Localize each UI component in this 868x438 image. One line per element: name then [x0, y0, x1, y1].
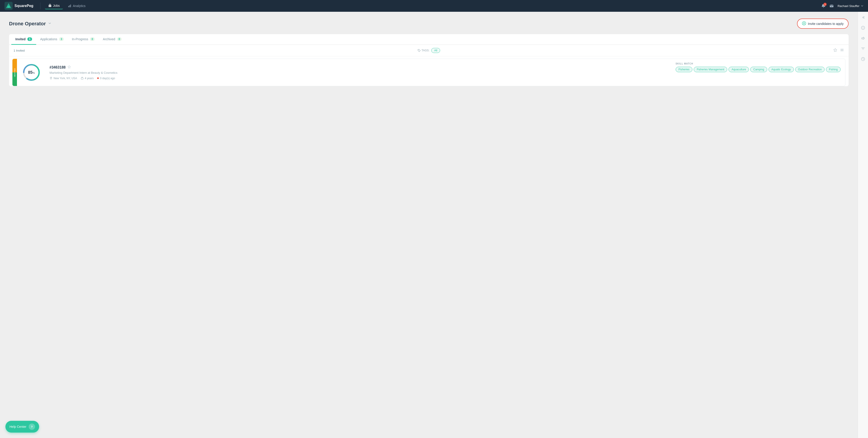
analytics-icon — [68, 4, 71, 8]
location-icon — [50, 77, 53, 80]
notifications-button[interactable]: 1 — [821, 4, 826, 8]
score-text: 85% — [28, 70, 35, 75]
candidate-company: Beauty & Cosmetics — [91, 71, 118, 75]
title-dropdown-icon[interactable] — [48, 22, 51, 26]
svg-rect-16 — [81, 78, 83, 80]
skill-tags: Fisheries Fisheries Management Aquacultu… — [676, 67, 841, 72]
nav-divider — [40, 2, 40, 9]
main-content: Drone Operator Invite candidates to appl… — [0, 12, 858, 438]
notification-badge: 1 — [824, 3, 827, 6]
user-menu[interactable]: Rachael Stauffer — [837, 4, 864, 8]
megaphone-icon[interactable] — [861, 36, 865, 41]
invite-icon — [802, 21, 806, 26]
skill-fisheries-management: Fisheries Management — [694, 67, 727, 72]
tabs-bar: Invited 1 Applications 3 In-Progress 0 A… — [9, 34, 848, 45]
tab-archived-count: 0 — [117, 37, 122, 41]
tags-label: TAGS: — [418, 49, 430, 52]
tags-row: TAGS: All — [418, 48, 440, 53]
experience-meta: 4 years — [81, 77, 94, 80]
skill-aquaculture: Aquaculture — [728, 67, 749, 72]
active-dot — [97, 77, 99, 79]
content-card: Invited 1 Applications 3 In-Progress 0 A… — [9, 34, 848, 86]
tab-in-progress[interactable]: In-Progress 0 — [68, 34, 99, 45]
skill-match-label: SKILL MATCH — [676, 62, 841, 65]
card-skills: SKILL MATCH Fisheries Fisheries Manageme… — [671, 59, 845, 86]
brand-name: SquarePeg — [14, 4, 33, 8]
nav-items: Jobs Analytics — [45, 2, 822, 9]
tag-icon — [418, 49, 421, 52]
brand[interactable]: SquarePeg — [4, 2, 33, 10]
navbar: SquarePeg Jobs Analytics 1 — [0, 0, 868, 12]
skill-aquatic-ecology: Aquatic Ecology — [769, 67, 794, 72]
tab-invited-label: Invited — [16, 37, 26, 41]
skill-outdoor-recreation: Outdoor Recreation — [795, 67, 825, 72]
collapse-icon[interactable] — [861, 16, 865, 20]
svg-point-12 — [418, 50, 419, 50]
tab-in-progress-label: In-Progress — [72, 37, 88, 41]
help-center-button[interactable]: Help Center ? — [5, 421, 39, 433]
clock-icon[interactable] — [861, 57, 865, 62]
header-actions — [833, 48, 844, 53]
svg-rect-3 — [49, 5, 51, 7]
invite-btn-label: Invite candidates to apply — [808, 22, 844, 26]
filter-icon[interactable] — [861, 47, 865, 52]
help-center-icon: ? — [29, 424, 35, 430]
score-circle: 85% — [22, 63, 40, 82]
tab-applications-label: Applications — [40, 37, 57, 41]
svg-rect-5 — [69, 5, 70, 7]
invite-candidates-button[interactable]: Invite candidates to apply — [797, 19, 848, 29]
candidate-card[interactable]: Invited — [12, 59, 845, 86]
nav-right: 1 Rachael Stauffer — [821, 4, 864, 8]
candidate-star-icon[interactable] — [67, 65, 71, 70]
briefcase-icon — [81, 77, 84, 80]
tab-archived-label: Archived — [103, 37, 115, 41]
svg-rect-2 — [7, 6, 10, 8]
page-title-row: Drone Operator — [9, 21, 51, 27]
star-filter-icon[interactable] — [833, 48, 837, 53]
tab-invited[interactable]: Invited 1 — [11, 34, 36, 45]
chevron-down-icon — [861, 4, 864, 7]
candidates-section: 1 Invited TAGS: All — [9, 45, 848, 86]
nav-item-analytics[interactable]: Analytics — [65, 3, 89, 9]
candidate-role: Marketing Department Intern at Beauty & … — [50, 71, 668, 75]
tab-applications-count: 3 — [59, 37, 64, 41]
tag-all-pill[interactable]: All — [431, 48, 440, 53]
messages-button[interactable] — [829, 4, 834, 8]
card-info: #3463188 Marketing Department Intern at … — [46, 59, 671, 86]
tab-invited-count: 1 — [27, 37, 32, 41]
tab-in-progress-count: 0 — [90, 37, 95, 41]
sidebar-right — [858, 12, 868, 438]
page-header: Drone Operator Invite candidates to appl… — [9, 19, 848, 29]
svg-point-11 — [804, 22, 805, 24]
skill-fishing: Fishing — [826, 67, 841, 72]
card-score: 85% — [17, 59, 46, 86]
skill-fisheries: Fisheries — [676, 67, 692, 72]
help-center-label: Help Center — [9, 425, 26, 429]
candidate-id-row: #3463188 — [50, 65, 668, 70]
jobs-icon — [48, 4, 52, 7]
skill-camping: Camping — [750, 67, 767, 72]
card-accent-label: Invited — [14, 68, 16, 77]
svg-rect-6 — [70, 4, 71, 7]
brand-logo-icon — [4, 2, 13, 10]
candidate-meta: New York, NY, USA 4 years 0 day(s) ago — [50, 77, 668, 80]
svg-point-15 — [51, 78, 51, 78]
nav-item-jobs[interactable]: Jobs — [45, 2, 63, 9]
user-name: Rachael Stauffer — [837, 4, 860, 8]
card-accent-bar: Invited — [12, 59, 17, 86]
svg-rect-4 — [68, 6, 69, 7]
info-icon[interactable] — [861, 26, 865, 31]
candidates-count: 1 Invited — [13, 49, 25, 52]
list-view-icon[interactable] — [840, 48, 844, 53]
page-title: Drone Operator — [9, 21, 46, 27]
location-meta: New York, NY, USA — [50, 77, 77, 80]
candidates-header: 1 Invited TAGS: All — [9, 45, 848, 56]
tab-archived[interactable]: Archived 0 — [99, 34, 126, 45]
activity-meta: 0 day(s) ago — [97, 77, 115, 80]
mail-icon — [829, 4, 834, 8]
candidate-id[interactable]: #3463188 — [50, 65, 66, 69]
tab-applications[interactable]: Applications 3 — [36, 34, 68, 45]
